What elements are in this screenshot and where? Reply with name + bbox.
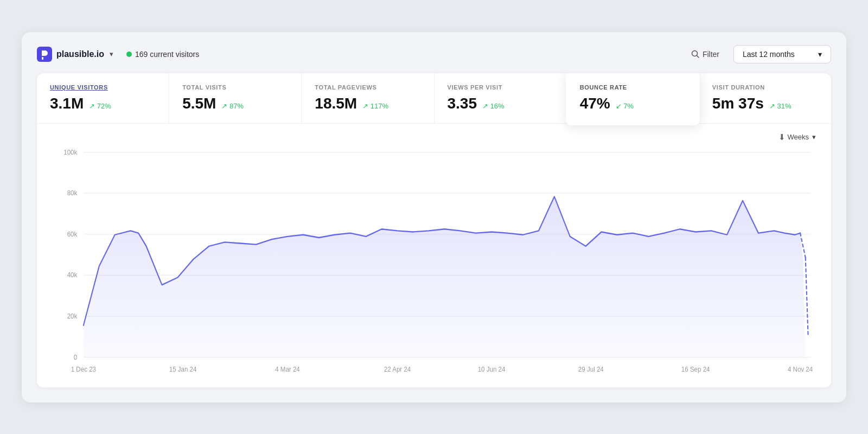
stat-value-row-bounce-rate: 47% ↙ 7% (580, 95, 686, 112)
svg-line-3 (697, 56, 699, 58)
stat-visit-duration[interactable]: VISIT DURATION 5m 37s ↗ 31% (699, 73, 831, 123)
svg-text:100k: 100k (63, 148, 78, 156)
svg-text:4 Nov 24: 4 Nov 24 (788, 365, 813, 373)
svg-text:15 Jan 24: 15 Jan 24 (169, 365, 197, 373)
chart-toolbar: ⬇ Weeks ▾ (52, 132, 816, 142)
chart-svg: 100k 80k 60k 40k 20k 0 1 Dec 23 (52, 146, 816, 374)
svg-text:80k: 80k (67, 189, 78, 197)
svg-text:29 Jul 24: 29 Jul 24 (578, 365, 604, 373)
stat-label-views-per-visit: VIEWS PER VISIT (448, 84, 553, 91)
stat-value-row-unique-visitors: 3.1M ↗ 72% (50, 95, 156, 112)
svg-text:0: 0 (74, 353, 78, 361)
stat-value-views-per-visit: 3.35 (448, 95, 477, 112)
granularity-label: Weeks (788, 133, 809, 141)
svg-text:1 Dec 23: 1 Dec 23 (71, 365, 97, 373)
stat-value-visit-duration: 5m 37s (712, 95, 764, 112)
stat-total-visits[interactable]: TOTAL VISITS 5.5M ↗ 87% (169, 73, 302, 123)
stat-unique-visitors[interactable]: UNIQUE VISITORS 3.1M ↗ 72% (37, 73, 169, 123)
stat-value-row-total-visits: 5.5M ↗ 87% (182, 95, 288, 112)
stat-value-unique-visitors: 3.1M (50, 95, 84, 112)
chart-wrapper: 100k 80k 60k 40k 20k 0 1 Dec 23 (52, 146, 816, 374)
chart-area: ⬇ Weeks ▾ (37, 124, 831, 387)
stat-label-total-visits: TOTAL VISITS (182, 84, 288, 91)
download-icon[interactable]: ⬇ (778, 132, 786, 142)
stat-label-total-pageviews: TOTAL PAGEVIEWS (315, 84, 420, 91)
svg-text:10 Jun 24: 10 Jun 24 (478, 365, 506, 373)
main-card: UNIQUE VISITORS 3.1M ↗ 72% TOTAL VISITS … (37, 73, 831, 387)
stat-value-total-pageviews: 18.5M (315, 95, 357, 112)
stat-bounce-rate[interactable]: BOUNCE RATE 47% ↙ 7% (566, 73, 700, 125)
logo-text: plausible.io (56, 49, 104, 59)
stat-value-bounce-rate: 47% (580, 95, 610, 112)
granularity-chevron: ▾ (812, 133, 816, 141)
stat-change-bounce-rate: ↙ 7% (616, 102, 634, 110)
svg-text:40k: 40k (67, 271, 78, 279)
header-right: Filter Last 12 months ▾ (686, 45, 831, 63)
svg-text:4 Mar 24: 4 Mar 24 (275, 365, 300, 373)
weeks-button[interactable]: Weeks ▾ (788, 132, 816, 142)
date-range-button[interactable]: Last 12 months ▾ (733, 45, 831, 63)
date-range-label: Last 12 months (743, 50, 795, 59)
stat-change-views-per-visit: ↗ 16% (482, 102, 505, 110)
stat-value-row-total-pageviews: 18.5M ↗ 117% (315, 95, 420, 112)
logo-icon (37, 47, 52, 62)
live-dot (126, 52, 132, 57)
logo-chevron: ▾ (110, 50, 113, 58)
stat-label-unique-visitors: UNIQUE VISITORS (50, 84, 156, 91)
stat-change-visit-duration: ↗ 31% (769, 102, 792, 110)
stat-label-bounce-rate: BOUNCE RATE (580, 84, 686, 91)
stat-value-row-views-per-visit: 3.35 ↗ 16% (448, 95, 553, 112)
search-icon (691, 50, 699, 58)
live-visitors-text: 169 current visitors (135, 50, 199, 59)
svg-line-17 (806, 257, 808, 334)
header: plausible.io ▾ 169 current visitors Filt… (37, 45, 831, 63)
stat-change-unique-visitors: ↗ 72% (89, 102, 111, 110)
stat-value-row-visit-duration: 5m 37s ↗ 31% (712, 95, 818, 112)
stat-total-pageviews[interactable]: TOTAL PAGEVIEWS 18.5M ↗ 117% (302, 73, 434, 123)
date-range-chevron: ▾ (818, 50, 822, 59)
stats-row: UNIQUE VISITORS 3.1M ↗ 72% TOTAL VISITS … (37, 73, 831, 124)
svg-text:60k: 60k (67, 230, 78, 238)
svg-text:22 Apr 24: 22 Apr 24 (384, 365, 411, 373)
logo-area[interactable]: plausible.io ▾ (37, 47, 113, 62)
filter-button[interactable]: Filter (686, 47, 725, 62)
live-visitors: 169 current visitors (126, 50, 199, 59)
filter-label: Filter (703, 50, 719, 59)
stat-label-visit-duration: VISIT DURATION (712, 84, 818, 91)
outer-card: plausible.io ▾ 169 current visitors Filt… (22, 32, 846, 403)
stat-change-total-visits: ↗ 87% (221, 102, 244, 110)
stat-views-per-visit[interactable]: VIEWS PER VISIT 3.35 ↗ 16% (435, 73, 567, 123)
svg-text:20k: 20k (67, 312, 78, 320)
stat-change-total-pageviews: ↗ 117% (362, 102, 388, 110)
svg-text:16 Sep 24: 16 Sep 24 (681, 365, 710, 373)
svg-rect-1 (42, 57, 43, 60)
stat-value-total-visits: 5.5M (182, 95, 216, 112)
